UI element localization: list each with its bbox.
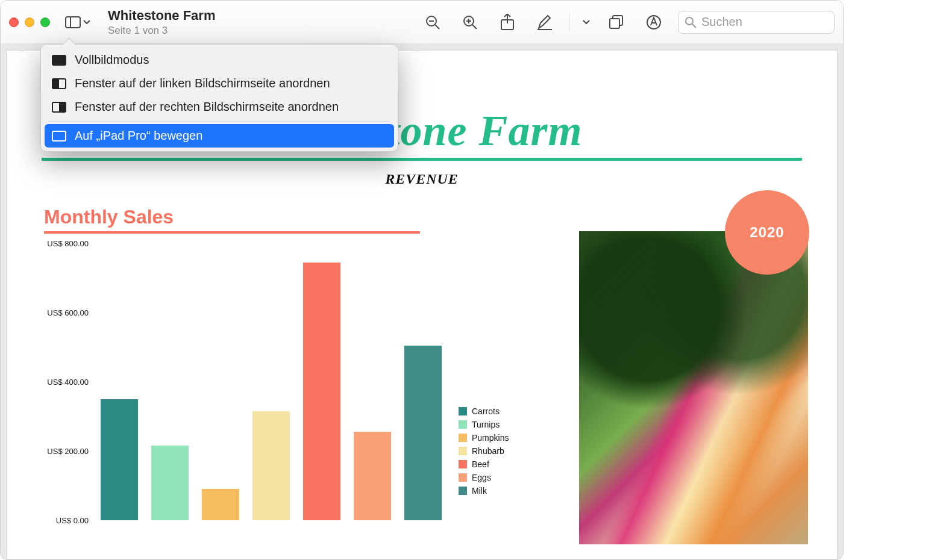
chart-bar <box>303 263 340 520</box>
legend-swatch <box>459 420 467 429</box>
legend-label: Beef <box>472 459 489 469</box>
window-minimize-button[interactable] <box>25 17 34 27</box>
chart-y-axis: US$ 800.00US$ 600.00US$ 400.00US$ 200.00… <box>31 243 91 520</box>
sidebar-toggle-button[interactable] <box>64 11 91 33</box>
toolbar: Whitestone Farm Seite 1 von 3 <box>1 1 843 44</box>
legend-item: Rhubarb <box>459 444 509 458</box>
window-close-button[interactable] <box>9 17 19 27</box>
svg-rect-18 <box>54 57 64 64</box>
page-indicator: Seite 1 von 3 <box>108 25 215 37</box>
svg-line-3 <box>435 25 439 29</box>
app-window: Whitestone Farm Seite 1 von 3 <box>0 0 844 560</box>
share-button[interactable] <box>494 11 521 33</box>
tile-right-icon <box>52 102 66 113</box>
ipad-icon <box>52 131 66 142</box>
y-axis-tick: US$ 400.00 <box>47 378 89 387</box>
duplicate-button[interactable] <box>603 11 630 33</box>
toolbar-actions: Suchen <box>419 11 835 34</box>
legend-swatch <box>459 407 467 415</box>
menu-item-label: Fenster auf der linken Bildschirmseite a… <box>75 76 330 90</box>
chart-title: Monthly Sales <box>44 206 174 228</box>
menu-item-fullscreen[interactable]: Vollbildmodus <box>45 48 394 72</box>
traffic-lights <box>9 17 50 27</box>
zoom-in-icon <box>462 14 478 30</box>
tile-left-icon <box>52 78 66 89</box>
chevron-down-icon <box>583 20 590 25</box>
legend-swatch <box>459 473 467 482</box>
chart-bar <box>404 346 442 520</box>
legend-item: Carrots <box>459 405 509 418</box>
markup-button[interactable] <box>641 11 667 33</box>
chart-title-underline <box>44 231 420 234</box>
svg-rect-23 <box>52 131 66 141</box>
duplicate-icon <box>609 15 624 30</box>
svg-point-15 <box>686 17 693 25</box>
sales-bar-chart: US$ 800.00US$ 600.00US$ 400.00US$ 200.00… <box>31 243 453 544</box>
svg-rect-20 <box>54 80 58 87</box>
share-icon <box>501 14 514 31</box>
y-axis-tick: US$ 200.00 <box>47 447 89 456</box>
markup-icon <box>646 14 662 30</box>
menu-item-label: Fenster auf der rechten Bildschirmseite … <box>75 100 339 114</box>
svg-line-16 <box>692 24 696 28</box>
search-icon <box>685 16 697 28</box>
chart-bar <box>354 432 391 520</box>
annotate-button[interactable] <box>531 11 558 33</box>
page-title-underline <box>42 158 802 161</box>
document-title: Whitestone Farm <box>108 8 215 23</box>
y-axis-tick: US$ 0.00 <box>56 516 89 525</box>
menu-item-move-to-ipad[interactable]: Auf „iPad Pro“ bewegen <box>45 124 394 148</box>
year-badge: 2020 <box>725 190 809 275</box>
chart-legend: CarrotsTurnipsPumpkinsRhubarbBeefEggsMil… <box>459 405 509 497</box>
zoom-out-icon <box>425 14 440 30</box>
menu-item-label: Auf „iPad Pro“ bewegen <box>75 129 202 143</box>
zoom-out-button[interactable] <box>419 11 446 33</box>
window-fullscreen-button[interactable] <box>40 17 50 27</box>
fullscreen-icon <box>52 55 66 66</box>
y-axis-tick: US$ 800.00 <box>47 239 89 248</box>
legend-swatch <box>459 434 467 442</box>
toolbar-separator <box>569 14 569 31</box>
chevron-down-icon <box>83 20 90 25</box>
menu-divider <box>48 121 390 122</box>
legend-item: Pumpkins <box>459 431 509 444</box>
legend-swatch <box>459 447 467 455</box>
revenue-label: REVENUE <box>385 171 459 187</box>
legend-label: Rhubarb <box>472 446 504 456</box>
legend-label: Milk <box>472 486 487 496</box>
svg-rect-22 <box>60 104 64 111</box>
window-layout-menu: Vollbildmodus Fenster auf der linken Bil… <box>40 44 398 152</box>
y-axis-tick: US$ 600.00 <box>47 308 89 317</box>
svg-line-6 <box>472 25 477 29</box>
produce-photo <box>579 231 808 544</box>
search-placeholder: Suchen <box>701 15 742 29</box>
document-title-block: Whitestone Farm Seite 1 von 3 <box>108 8 215 37</box>
legend-label: Carrots <box>472 406 500 416</box>
legend-item: Milk <box>459 484 509 497</box>
chart-plot-area <box>94 243 453 520</box>
legend-label: Eggs <box>472 473 491 482</box>
sidebar-icon <box>65 16 81 28</box>
menu-item-label: Vollbildmodus <box>75 53 149 67</box>
legend-item: Eggs <box>459 471 509 484</box>
svg-rect-13 <box>610 19 619 28</box>
legend-item: Turnips <box>459 418 509 431</box>
legend-label: Pumpkins <box>472 433 509 443</box>
legend-item: Beef <box>459 458 509 471</box>
search-field[interactable]: Suchen <box>678 11 835 34</box>
chart-bar <box>151 446 189 520</box>
legend-label: Turnips <box>472 420 500 429</box>
svg-rect-0 <box>66 17 80 28</box>
legend-swatch <box>459 460 467 468</box>
pencil-icon <box>537 14 553 30</box>
menu-item-tile-right[interactable]: Fenster auf der rechten Bildschirmseite … <box>45 95 394 119</box>
chart-bar <box>101 399 138 520</box>
zoom-in-button[interactable] <box>457 11 483 33</box>
annotate-more-button[interactable] <box>580 11 592 33</box>
chart-bar <box>202 489 239 520</box>
menu-item-tile-left[interactable]: Fenster auf der linken Bildschirmseite a… <box>45 72 394 95</box>
legend-swatch <box>459 487 467 495</box>
chart-bar <box>252 411 290 520</box>
